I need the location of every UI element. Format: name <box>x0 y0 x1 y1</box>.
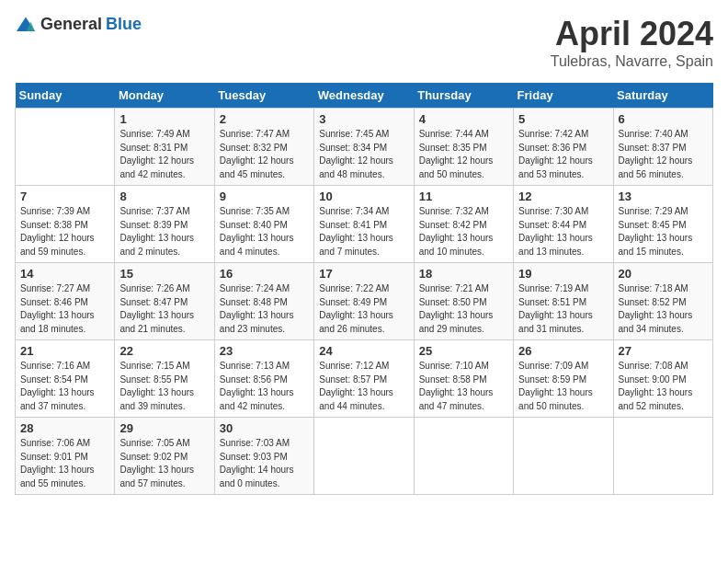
day-number: 14 <box>20 267 109 281</box>
header-saturday: Saturday <box>613 83 712 109</box>
calendar-cell: 15Sunrise: 7:26 AM Sunset: 8:47 PM Dayli… <box>115 263 214 340</box>
calendar-header-row: SundayMondayTuesdayWednesdayThursdayFrid… <box>16 83 713 109</box>
day-number: 22 <box>119 344 209 358</box>
calendar-cell: 17Sunrise: 7:22 AM Sunset: 8:49 PM Dayli… <box>314 263 414 340</box>
calendar-cell <box>414 418 513 495</box>
calendar-cell <box>16 109 115 186</box>
day-info: Sunrise: 7:34 AM Sunset: 8:41 PM Dayligh… <box>319 205 408 259</box>
calendar-cell: 28Sunrise: 7:06 AM Sunset: 9:01 PM Dayli… <box>16 418 115 495</box>
calendar-cell <box>314 418 414 495</box>
day-info: Sunrise: 7:06 AM Sunset: 9:01 PM Dayligh… <box>20 437 109 490</box>
calendar-cell <box>613 418 712 495</box>
week-row-4: 21Sunrise: 7:16 AM Sunset: 8:54 PM Dayli… <box>16 340 713 418</box>
day-number: 20 <box>619 267 708 281</box>
calendar-cell: 18Sunrise: 7:21 AM Sunset: 8:50 PM Dayli… <box>414 263 513 340</box>
calendar-cell: 5Sunrise: 7:42 AM Sunset: 8:36 PM Daylig… <box>514 109 613 186</box>
day-info: Sunrise: 7:30 AM Sunset: 8:44 PM Dayligh… <box>518 205 608 259</box>
day-number: 23 <box>220 344 309 358</box>
day-number: 15 <box>119 267 209 281</box>
day-info: Sunrise: 7:40 AM Sunset: 8:37 PM Dayligh… <box>619 128 708 181</box>
day-number: 27 <box>619 344 708 358</box>
day-info: Sunrise: 7:03 AM Sunset: 9:03 PM Dayligh… <box>220 437 309 490</box>
day-number: 28 <box>20 421 109 435</box>
title-area: April 2024 Tulebras, Navarre, Spain <box>551 15 713 70</box>
calendar-cell: 27Sunrise: 7:08 AM Sunset: 9:00 PM Dayli… <box>613 340 712 418</box>
header-wednesday: Wednesday <box>314 83 414 109</box>
day-info: Sunrise: 7:37 AM Sunset: 8:39 PM Dayligh… <box>119 205 209 259</box>
calendar-cell: 20Sunrise: 7:18 AM Sunset: 8:52 PM Dayli… <box>613 263 712 340</box>
calendar-cell <box>514 418 613 495</box>
day-number: 11 <box>419 190 508 203</box>
logo-blue-text: Blue <box>106 15 142 34</box>
day-number: 1 <box>119 112 209 126</box>
day-number: 29 <box>119 421 209 435</box>
day-number: 10 <box>319 190 408 203</box>
logo-general-text: General <box>40 15 102 34</box>
day-info: Sunrise: 7:35 AM Sunset: 8:40 PM Dayligh… <box>220 205 309 259</box>
day-info: Sunrise: 7:47 AM Sunset: 8:32 PM Dayligh… <box>220 128 309 181</box>
day-info: Sunrise: 7:12 AM Sunset: 8:57 PM Dayligh… <box>319 360 408 413</box>
day-info: Sunrise: 7:49 AM Sunset: 8:31 PM Dayligh… <box>119 128 209 181</box>
day-number: 25 <box>419 344 508 358</box>
header-tuesday: Tuesday <box>214 83 313 109</box>
calendar-cell: 3Sunrise: 7:45 AM Sunset: 8:34 PM Daylig… <box>314 109 414 186</box>
day-info: Sunrise: 7:24 AM Sunset: 8:48 PM Dayligh… <box>220 282 309 336</box>
month-title: April 2024 <box>551 15 713 53</box>
day-info: Sunrise: 7:10 AM Sunset: 8:58 PM Dayligh… <box>419 360 508 413</box>
day-number: 21 <box>20 344 109 358</box>
location-title: Tulebras, Navarre, Spain <box>551 53 713 70</box>
week-row-3: 14Sunrise: 7:27 AM Sunset: 8:46 PM Dayli… <box>16 263 713 340</box>
logo: General Blue <box>15 15 142 34</box>
day-info: Sunrise: 7:13 AM Sunset: 8:56 PM Dayligh… <box>220 360 309 413</box>
day-info: Sunrise: 7:18 AM Sunset: 8:52 PM Dayligh… <box>619 282 708 336</box>
day-info: Sunrise: 7:42 AM Sunset: 8:36 PM Dayligh… <box>518 128 608 181</box>
calendar-cell: 12Sunrise: 7:30 AM Sunset: 8:44 PM Dayli… <box>514 186 613 263</box>
day-number: 6 <box>619 112 708 126</box>
header-thursday: Thursday <box>414 83 513 109</box>
day-number: 7 <box>20 190 109 203</box>
day-info: Sunrise: 7:19 AM Sunset: 8:51 PM Dayligh… <box>518 282 608 336</box>
calendar-cell: 16Sunrise: 7:24 AM Sunset: 8:48 PM Dayli… <box>214 263 313 340</box>
calendar-cell: 19Sunrise: 7:19 AM Sunset: 8:51 PM Dayli… <box>514 263 613 340</box>
day-number: 5 <box>518 112 608 126</box>
day-number: 30 <box>220 421 309 435</box>
calendar-cell: 1Sunrise: 7:49 AM Sunset: 8:31 PM Daylig… <box>115 109 214 186</box>
week-row-1: 1Sunrise: 7:49 AM Sunset: 8:31 PM Daylig… <box>16 109 713 186</box>
header: General Blue April 2024 Tulebras, Navarr… <box>15 15 713 70</box>
calendar-cell: 2Sunrise: 7:47 AM Sunset: 8:32 PM Daylig… <box>214 109 313 186</box>
day-info: Sunrise: 7:05 AM Sunset: 9:02 PM Dayligh… <box>119 437 209 490</box>
day-number: 12 <box>518 190 608 203</box>
day-info: Sunrise: 7:29 AM Sunset: 8:45 PM Dayligh… <box>619 205 708 259</box>
day-number: 18 <box>419 267 508 281</box>
header-sunday: Sunday <box>16 83 115 109</box>
calendar-cell: 7Sunrise: 7:39 AM Sunset: 8:38 PM Daylig… <box>16 186 115 263</box>
day-info: Sunrise: 7:08 AM Sunset: 9:00 PM Dayligh… <box>619 360 708 413</box>
calendar-cell: 21Sunrise: 7:16 AM Sunset: 8:54 PM Dayli… <box>16 340 115 418</box>
calendar-cell: 8Sunrise: 7:37 AM Sunset: 8:39 PM Daylig… <box>115 186 214 263</box>
calendar-cell: 30Sunrise: 7:03 AM Sunset: 9:03 PM Dayli… <box>214 418 313 495</box>
day-info: Sunrise: 7:32 AM Sunset: 8:42 PM Dayligh… <box>419 205 508 259</box>
day-info: Sunrise: 7:09 AM Sunset: 8:59 PM Dayligh… <box>518 360 608 413</box>
calendar-cell: 25Sunrise: 7:10 AM Sunset: 8:58 PM Dayli… <box>414 340 513 418</box>
week-row-2: 7Sunrise: 7:39 AM Sunset: 8:38 PM Daylig… <box>16 186 713 263</box>
day-number: 24 <box>319 344 408 358</box>
calendar-cell: 23Sunrise: 7:13 AM Sunset: 8:56 PM Dayli… <box>214 340 313 418</box>
day-number: 3 <box>319 112 408 126</box>
calendar-cell: 24Sunrise: 7:12 AM Sunset: 8:57 PM Dayli… <box>314 340 414 418</box>
day-number: 16 <box>220 267 309 281</box>
day-number: 17 <box>319 267 408 281</box>
day-info: Sunrise: 7:21 AM Sunset: 8:50 PM Dayligh… <box>419 282 508 336</box>
day-number: 9 <box>220 190 309 203</box>
day-info: Sunrise: 7:44 AM Sunset: 8:35 PM Dayligh… <box>419 128 508 181</box>
calendar-cell: 10Sunrise: 7:34 AM Sunset: 8:41 PM Dayli… <box>314 186 414 263</box>
calendar-cell: 29Sunrise: 7:05 AM Sunset: 9:02 PM Dayli… <box>115 418 214 495</box>
day-info: Sunrise: 7:45 AM Sunset: 8:34 PM Dayligh… <box>319 128 408 181</box>
calendar-cell: 26Sunrise: 7:09 AM Sunset: 8:59 PM Dayli… <box>514 340 613 418</box>
calendar-cell: 6Sunrise: 7:40 AM Sunset: 8:37 PM Daylig… <box>613 109 712 186</box>
day-info: Sunrise: 7:22 AM Sunset: 8:49 PM Dayligh… <box>319 282 408 336</box>
calendar-cell: 9Sunrise: 7:35 AM Sunset: 8:40 PM Daylig… <box>214 186 313 263</box>
day-info: Sunrise: 7:26 AM Sunset: 8:47 PM Dayligh… <box>119 282 209 336</box>
calendar-cell: 13Sunrise: 7:29 AM Sunset: 8:45 PM Dayli… <box>613 186 712 263</box>
calendar-cell: 14Sunrise: 7:27 AM Sunset: 8:46 PM Dayli… <box>16 263 115 340</box>
day-info: Sunrise: 7:39 AM Sunset: 8:38 PM Dayligh… <box>20 205 109 259</box>
